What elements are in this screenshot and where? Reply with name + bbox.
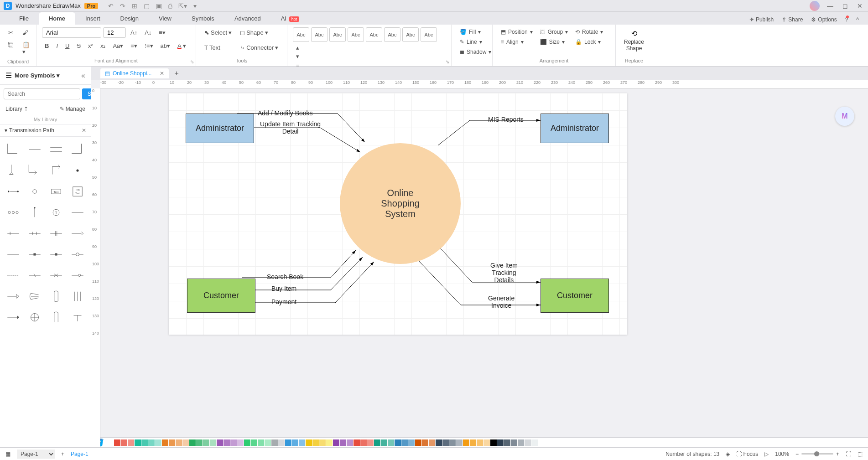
- style-item[interactable]: Abc: [402, 27, 419, 42]
- color-swatch[interactable]: [162, 439, 168, 446]
- color-swatch[interactable]: [347, 439, 353, 446]
- style-item[interactable]: Abc: [384, 27, 400, 42]
- text-tool[interactable]: T Text: [202, 42, 234, 53]
- color-swatch[interactable]: [340, 439, 346, 446]
- publish-button[interactable]: ✈Publish: [749, 16, 774, 23]
- color-swatch[interactable]: [128, 439, 134, 446]
- menu-advanced[interactable]: Advanced: [224, 12, 271, 25]
- color-swatch[interactable]: [210, 439, 216, 446]
- line-button[interactable]: ✎ Line ▾: [457, 37, 487, 47]
- color-swatch[interactable]: [333, 439, 339, 446]
- shape-item[interactable]: Text: [47, 182, 66, 201]
- increase-font-button[interactable]: A↑: [128, 27, 140, 38]
- color-swatch[interactable]: [388, 439, 394, 446]
- color-swatch[interactable]: [230, 439, 237, 446]
- color-swatch[interactable]: [182, 439, 189, 446]
- style-prev[interactable]: ▴: [295, 44, 301, 52]
- shape-item[interactable]: [47, 287, 66, 305]
- fullscreen-button[interactable]: ⬚: [858, 451, 863, 457]
- fill-button[interactable]: 🪣 Fill ▾: [457, 27, 487, 36]
- superscript-button[interactable]: x²: [85, 41, 96, 51]
- color-swatch[interactable]: [483, 439, 490, 446]
- color-swatch[interactable]: [456, 439, 463, 446]
- share-button[interactable]: ⇪Share: [782, 16, 803, 23]
- ai-assistant-button[interactable]: M: [835, 107, 854, 126]
- symbol-search-button[interactable]: Search: [82, 88, 91, 99]
- menu-file[interactable]: File: [9, 12, 39, 25]
- zoom-out-button[interactable]: −: [795, 451, 799, 457]
- color-swatch[interactable]: [258, 439, 264, 446]
- bold-button[interactable]: B: [42, 41, 52, 51]
- canvas-page[interactable]: Administrator Administrator Online Shopp…: [169, 93, 627, 335]
- shape-item[interactable]: [68, 161, 87, 180]
- page-select[interactable]: Page-1: [17, 450, 55, 459]
- shape-tool[interactable]: ◻ Shape ▾: [237, 27, 281, 38]
- color-swatch[interactable]: [148, 439, 155, 446]
- font-family-select[interactable]: [42, 27, 101, 38]
- copy-button[interactable]: ⿻: [5, 40, 17, 50]
- canvas-viewport[interactable]: Administrator Administrator Online Shopp…: [100, 88, 868, 437]
- focus-button[interactable]: ⛶ Focus: [736, 451, 758, 457]
- shape-item[interactable]: [47, 266, 66, 284]
- symbol-search-input[interactable]: [4, 88, 80, 99]
- connector-tool[interactable]: ⤷ Connector ▾: [237, 42, 281, 53]
- font-color-button[interactable]: A▾: [175, 41, 189, 51]
- sidebar-collapse-button[interactable]: «: [81, 72, 85, 80]
- shape-item[interactable]: [68, 224, 87, 243]
- menu-home[interactable]: Home: [39, 12, 75, 25]
- style-item[interactable]: Abc: [366, 27, 382, 42]
- manage-button[interactable]: ✎ Manage: [60, 106, 85, 112]
- menu-ai[interactable]: AI hot: [271, 12, 309, 25]
- style-item[interactable]: Abc: [421, 27, 437, 42]
- menu-design[interactable]: Design: [110, 12, 149, 25]
- color-swatch[interactable]: [381, 439, 387, 446]
- color-swatch[interactable]: [326, 439, 333, 446]
- page-name-label[interactable]: Page-1: [71, 451, 88, 457]
- open-icon[interactable]: ▢: [144, 2, 150, 10]
- group-button[interactable]: ⿴ Group ▾: [537, 27, 571, 36]
- fit-button[interactable]: ⛶: [846, 451, 851, 457]
- color-swatch[interactable]: [299, 439, 305, 446]
- line-spacing-button[interactable]: ≡▾: [128, 41, 140, 51]
- color-swatch[interactable]: [422, 439, 428, 446]
- replace-shape-button[interactable]: ⟲ Replace Shape: [621, 27, 647, 53]
- shape-item[interactable]: [4, 182, 22, 201]
- underline-button[interactable]: U: [62, 41, 72, 51]
- format-painter-button[interactable]: 🖌: [20, 27, 32, 38]
- node-admin-right[interactable]: Administrator: [541, 114, 609, 143]
- color-swatch[interactable]: [319, 439, 326, 446]
- node-center[interactable]: Online Shopping System: [340, 143, 461, 264]
- sidebar-title[interactable]: More Symbols ▾: [15, 72, 60, 79]
- library-label[interactable]: Library ⇡: [5, 106, 28, 112]
- strike-button[interactable]: S: [74, 41, 83, 51]
- collapse-ribbon-button[interactable]: ^: [856, 16, 859, 23]
- shape-item[interactable]: [25, 287, 44, 305]
- highlight-button[interactable]: ab▾: [158, 41, 173, 51]
- shape-item[interactable]: [25, 224, 44, 243]
- node-customer-right[interactable]: Customer: [541, 279, 609, 313]
- save-icon[interactable]: ▣: [156, 2, 162, 10]
- shape-item[interactable]: [47, 140, 66, 159]
- select-tool[interactable]: ⬉ Select ▾: [202, 27, 234, 38]
- color-swatch[interactable]: [531, 439, 538, 446]
- shape-item[interactable]: [47, 308, 66, 326]
- color-swatch[interactable]: [401, 439, 408, 446]
- color-swatch[interactable]: [217, 439, 223, 446]
- paste-button[interactable]: 📋▾: [20, 40, 32, 57]
- style-item[interactable]: Abc: [293, 27, 309, 42]
- shape-item[interactable]: [68, 266, 87, 284]
- color-swatch[interactable]: [237, 439, 244, 446]
- shape-item[interactable]: [4, 245, 22, 264]
- shape-item[interactable]: [68, 287, 87, 305]
- color-swatch[interactable]: [395, 439, 401, 446]
- color-swatch[interactable]: [176, 439, 182, 446]
- color-swatch[interactable]: [278, 439, 285, 446]
- shape-item[interactable]: [4, 266, 22, 284]
- color-swatch[interactable]: [251, 439, 257, 446]
- shape-item[interactable]: [4, 140, 22, 159]
- node-customer-left[interactable]: Customer: [187, 279, 255, 313]
- color-swatch[interactable]: [442, 439, 449, 446]
- shape-item[interactable]: [68, 140, 87, 159]
- color-swatch[interactable]: [189, 439, 196, 446]
- tab-close-button[interactable]: ✕: [160, 70, 164, 77]
